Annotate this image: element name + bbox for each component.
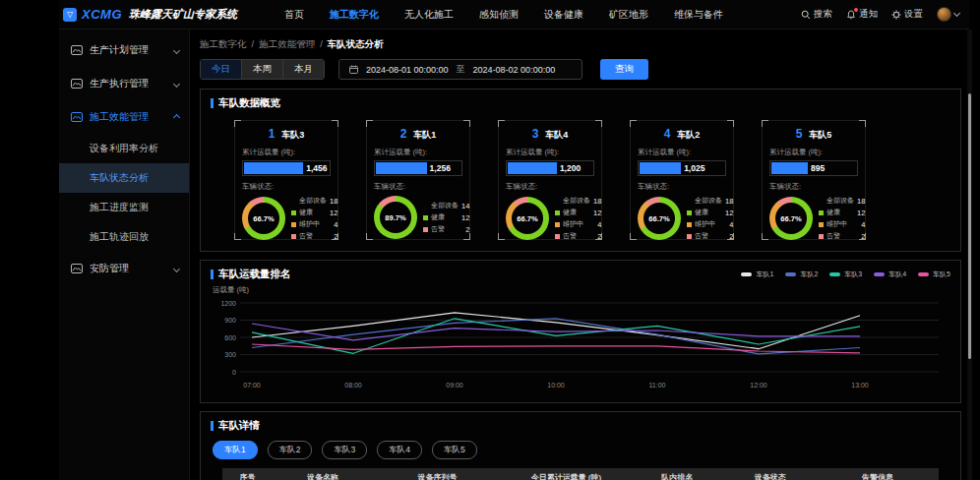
panel-title: 车队运载量排名 [211, 268, 291, 281]
sidebar-subitem-track-replay[interactable]: 施工轨迹回放 [59, 222, 189, 252]
date-range-picker[interactable]: 2024-08-01 00:00:00 至 2024-08-02 00:00:0… [338, 59, 582, 80]
nav-item[interactable]: 维保与备件 [674, 8, 723, 22]
quick-range-button[interactable]: 本周 [242, 60, 283, 79]
page-title: 珠峰露天矿山专家系统 [129, 7, 237, 22]
fleet-rank: 3 [532, 127, 539, 141]
sidebar-subitem-fleet-status[interactable]: 车队状态分析 [59, 163, 189, 193]
sidebar-item-production-plan[interactable]: 生产计划管理 [59, 33, 189, 67]
user-menu[interactable] [937, 7, 959, 22]
nav-item[interactable]: 首页 [284, 8, 304, 22]
sidebar-item-production-exec[interactable]: 生产执行管理 [59, 67, 189, 100]
breadcrumb-item[interactable]: 施工效能管理 [259, 38, 315, 51]
sidebar-subitem-equipment-utilization[interactable]: 设备利用率分析 [59, 134, 189, 163]
fleet-tabs: 车队1车队2车队3车队4车队5 [213, 441, 950, 459]
svg-text:600: 600 [224, 334, 236, 341]
svg-text:08:00: 08:00 [344, 382, 362, 389]
load-bar-fill [244, 162, 303, 174]
svg-text:10:00: 10:00 [547, 382, 565, 389]
nav-item[interactable]: 感知侦测 [479, 8, 519, 22]
fleet-rank: 4 [664, 127, 671, 141]
table-header-cell: 告警信息 [817, 468, 939, 480]
chart-legend-item[interactable]: 车队2 [785, 270, 818, 279]
sidebar-item-efficiency[interactable]: 施工效能管理 [59, 100, 189, 134]
donut-percent: 66.7% [780, 214, 801, 223]
top-bar: ▽ XCMG 珠峰露天矿山专家系统 首页施工数字化无人化施工感知侦测设备健康矿区… [59, 0, 969, 30]
nav-item[interactable]: 施工数字化 [330, 8, 379, 22]
sidebar-item-security[interactable]: 安防管理 [59, 252, 189, 285]
status-label: 车辆状态: [374, 182, 462, 192]
fleet-card[interactable]: 3 车队4 累计运载量 (吨): 1,200 车辆状态: 66.7% 全部设备1… [498, 120, 602, 240]
donut-percent: 66.7% [648, 214, 669, 223]
table-header-cell: 队内排名 [631, 468, 724, 480]
fleet-name: 车队4 [545, 129, 568, 142]
sidebar-item-label: 施工效能管理 [90, 110, 149, 124]
vehicle-status-donut: 89.7% [374, 196, 417, 239]
fleet-card[interactable]: 1 车队3 累计运载量 (吨): 1,456 车辆状态: 66.7% 全部设备1… [234, 120, 338, 240]
fleet-details-panel: 车队详情 车队1车队2车队3车队4车队5 序号设备名称设备序列号今日累计运载量 … [200, 411, 961, 480]
load-label: 累计运载量 (吨): [374, 148, 462, 157]
fleet-card[interactable]: 2 车队1 累计运载量 (吨): 1,256 车辆状态: 89.7% 全部设备1… [366, 120, 470, 240]
chevron-down-icon [173, 46, 180, 53]
quick-range-button[interactable]: 本月 [283, 60, 324, 79]
notifications-button[interactable]: 通知 [846, 8, 878, 21]
xcmg-logo-icon: ▽ [63, 8, 77, 22]
svg-text:07:00: 07:00 [243, 382, 261, 389]
sidebar-submenu: 设备利用率分析 车队状态分析 施工进度监测 施工轨迹回放 [59, 134, 189, 252]
scrollbar-thumb[interactable] [968, 93, 971, 359]
quick-range-button[interactable]: 今日 [201, 60, 242, 79]
chevron-up-icon [173, 113, 180, 120]
query-button[interactable]: 查询 [600, 59, 648, 80]
fleet-tab[interactable]: 车队2 [268, 441, 313, 459]
load-value: 895 [811, 163, 825, 173]
chart-legend-item[interactable]: 车队4 [874, 270, 906, 279]
fleet-card[interactable]: 4 车队2 累计运载量 (吨): 1,025 车辆状态: 66.7% 全部设备1… [630, 120, 734, 240]
fleet-tab[interactable]: 车队3 [322, 441, 367, 459]
chevron-down-icon [953, 9, 960, 16]
picture-icon [71, 45, 83, 55]
status-label: 车辆状态: [769, 182, 858, 192]
y-axis-label: 运载量 (吨) [213, 285, 950, 295]
svg-text:1200: 1200 [220, 300, 236, 307]
chart-legend-item[interactable]: 车队1 [741, 270, 773, 279]
svg-text:13:00: 13:00 [851, 382, 869, 389]
sidebar-subitem-progress-monitor[interactable]: 施工进度监测 [59, 193, 189, 222]
chart-legend-item[interactable]: 车队3 [829, 270, 862, 279]
load-bar: 1,025 [638, 160, 726, 176]
date-to-value[interactable]: 2024-08-02 00:00:00 [473, 65, 556, 75]
svg-text:300: 300 [224, 351, 236, 358]
filter-toolbar: 今日本周本月 2024-08-01 00:00:00 至 2024-08-02 … [200, 59, 961, 80]
fleet-load-chart-panel: 车队运载量排名 车队1车队2车队3车队4车队5 运载量 (吨) 03006009… [200, 260, 961, 403]
load-bar: 895 [769, 160, 858, 176]
settings-button[interactable]: 设置 [891, 8, 923, 21]
fleet-tab[interactable]: 车队1 [213, 441, 258, 459]
search-label: 搜索 [814, 8, 832, 21]
fleet-tab[interactable]: 车队5 [432, 441, 477, 459]
status-label: 车辆状态: [242, 182, 331, 192]
chevron-down-icon [173, 265, 180, 271]
card-legend-row: 全部设备14 [423, 201, 469, 210]
load-label: 累计运载量 (吨): [506, 148, 594, 157]
fleet-rank: 5 [796, 127, 803, 141]
date-from-value[interactable]: 2024-08-01 00:00:00 [366, 65, 449, 75]
fleet-tab[interactable]: 车队4 [377, 441, 422, 459]
vehicle-status-donut: 66.7% [638, 197, 681, 240]
status-label: 车辆状态: [506, 182, 594, 192]
svg-text:0: 0 [232, 369, 236, 376]
picture-icon [71, 112, 83, 122]
nav-item[interactable]: 设备健康 [544, 8, 583, 22]
nav-item[interactable]: 无人化施工 [404, 8, 454, 22]
load-value: 1,456 [306, 163, 327, 173]
search-button[interactable]: 搜索 [801, 8, 832, 21]
fleet-name: 车队5 [809, 129, 831, 142]
chart-legend-item[interactable]: 车队5 [918, 270, 950, 279]
card-legend-row: 健康12 [291, 208, 337, 217]
picture-icon [71, 264, 83, 273]
nav-item[interactable]: 矿区地形 [609, 8, 648, 22]
chevron-down-icon [173, 80, 180, 87]
fleet-card[interactable]: 5 车队5 累计运载量 (吨): 895 车辆状态: 66.7% 全部设备18健… [762, 120, 866, 240]
table-header-cell: 设备序列号 [373, 468, 502, 480]
fleet-load-line-chart[interactable]: 0300600900120007:0008:0009:0010:0011:001… [211, 295, 950, 393]
card-legend-row: 健康12 [687, 208, 733, 217]
breadcrumb-item[interactable]: 施工数字化 [200, 38, 247, 51]
svg-text:900: 900 [224, 317, 236, 324]
